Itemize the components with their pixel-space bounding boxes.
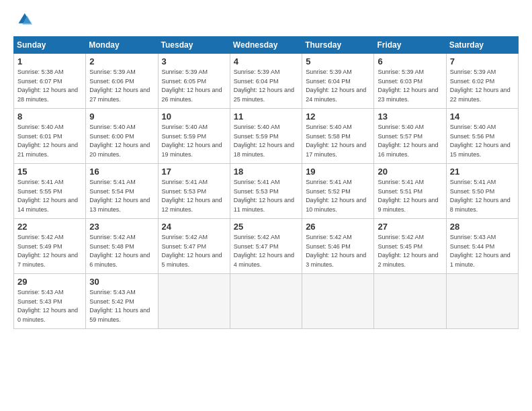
day-info: Sunrise: 5:42 AMSunset: 5:48 PMDaylight:…	[89, 234, 150, 268]
column-header-sunday: Sunday	[14, 37, 86, 54]
calendar-cell: 20 Sunrise: 5:41 AMSunset: 5:51 PMDaylig…	[374, 164, 446, 219]
calendar-cell: 19 Sunrise: 5:41 AMSunset: 5:52 PMDaylig…	[302, 164, 374, 219]
calendar-cell: 7 Sunrise: 5:39 AMSunset: 6:02 PMDayligh…	[446, 54, 518, 109]
day-info: Sunrise: 5:40 AMSunset: 5:56 PMDaylight:…	[450, 124, 511, 158]
day-number: 25	[234, 222, 298, 232]
calendar-cell: 25 Sunrise: 5:42 AMSunset: 5:47 PMDaylig…	[230, 219, 302, 274]
header	[13, 11, 519, 30]
calendar-cell: 17 Sunrise: 5:41 AMSunset: 5:53 PMDaylig…	[158, 164, 230, 219]
day-info: Sunrise: 5:41 AMSunset: 5:53 PMDaylight:…	[234, 179, 294, 213]
day-info: Sunrise: 5:40 AMSunset: 5:57 PMDaylight:…	[378, 124, 438, 158]
day-info: Sunrise: 5:41 AMSunset: 5:55 PMDaylight:…	[17, 179, 78, 213]
calendar-cell	[302, 274, 374, 329]
day-number: 9	[89, 111, 154, 122]
day-number: 14	[450, 111, 515, 122]
calendar-week-5: 29 Sunrise: 5:43 AMSunset: 5:43 PMDaylig…	[14, 274, 519, 329]
day-info: Sunrise: 5:39 AMSunset: 6:03 PMDaylight:…	[378, 68, 438, 103]
calendar-cell: 30 Sunrise: 5:43 AMSunset: 5:42 PMDaylig…	[86, 274, 158, 329]
column-header-saturday: Saturday	[446, 37, 518, 54]
day-number: 7	[450, 56, 515, 66]
day-number: 20	[378, 167, 442, 177]
day-info: Sunrise: 5:40 AMSunset: 5:59 PMDaylight:…	[234, 124, 294, 158]
day-number: 5	[306, 56, 370, 66]
day-info: Sunrise: 5:39 AMSunset: 6:06 PMDaylight:…	[89, 68, 150, 103]
calendar-cell	[374, 274, 446, 329]
calendar-cell	[158, 274, 230, 329]
calendar-cell: 29 Sunrise: 5:43 AMSunset: 5:43 PMDaylig…	[14, 274, 86, 329]
calendar-cell: 18 Sunrise: 5:41 AMSunset: 5:53 PMDaylig…	[230, 164, 302, 219]
day-info: Sunrise: 5:39 AMSunset: 6:05 PMDaylight:…	[162, 68, 222, 103]
calendar-week-4: 22 Sunrise: 5:42 AMSunset: 5:49 PMDaylig…	[14, 219, 519, 274]
day-number: 13	[378, 111, 442, 122]
day-number: 17	[162, 167, 226, 177]
day-info: Sunrise: 5:42 AMSunset: 5:49 PMDaylight:…	[17, 234, 78, 268]
calendar-cell: 9 Sunrise: 5:40 AMSunset: 6:00 PMDayligh…	[86, 109, 158, 164]
day-info: Sunrise: 5:43 AMSunset: 5:43 PMDaylight:…	[17, 289, 78, 323]
day-number: 24	[162, 222, 226, 232]
day-info: Sunrise: 5:42 AMSunset: 5:47 PMDaylight:…	[162, 234, 222, 268]
day-info: Sunrise: 5:42 AMSunset: 5:46 PMDaylight:…	[306, 234, 366, 268]
calendar-cell: 10 Sunrise: 5:40 AMSunset: 5:59 PMDaylig…	[158, 109, 230, 164]
calendar-table: SundayMondayTuesdayWednesdayThursdayFrid…	[13, 36, 519, 329]
day-info: Sunrise: 5:41 AMSunset: 5:52 PMDaylight:…	[306, 179, 366, 213]
calendar-cell: 16 Sunrise: 5:41 AMSunset: 5:54 PMDaylig…	[86, 164, 158, 219]
day-number: 12	[306, 111, 370, 122]
calendar-cell: 14 Sunrise: 5:40 AMSunset: 5:56 PMDaylig…	[446, 109, 518, 164]
logo	[13, 11, 35, 30]
calendar-cell: 23 Sunrise: 5:42 AMSunset: 5:48 PMDaylig…	[86, 219, 158, 274]
day-number: 2	[89, 56, 154, 66]
day-info: Sunrise: 5:42 AMSunset: 5:45 PMDaylight:…	[378, 234, 438, 268]
calendar-cell: 24 Sunrise: 5:42 AMSunset: 5:47 PMDaylig…	[158, 219, 230, 274]
calendar-cell: 6 Sunrise: 5:39 AMSunset: 6:03 PMDayligh…	[374, 54, 446, 109]
calendar-cell: 28 Sunrise: 5:43 AMSunset: 5:44 PMDaylig…	[446, 219, 518, 274]
day-number: 10	[162, 111, 226, 122]
calendar-week-2: 8 Sunrise: 5:40 AMSunset: 6:01 PMDayligh…	[14, 109, 519, 164]
day-number: 29	[17, 277, 82, 287]
day-number: 18	[234, 167, 298, 177]
calendar-cell: 21 Sunrise: 5:41 AMSunset: 5:50 PMDaylig…	[446, 164, 518, 219]
day-number: 8	[17, 111, 82, 122]
calendar-cell: 15 Sunrise: 5:41 AMSunset: 5:55 PMDaylig…	[14, 164, 86, 219]
calendar-cell: 12 Sunrise: 5:40 AMSunset: 5:58 PMDaylig…	[302, 109, 374, 164]
column-header-monday: Monday	[86, 37, 158, 54]
day-number: 22	[17, 222, 82, 232]
day-number: 15	[17, 167, 82, 177]
column-header-tuesday: Tuesday	[158, 37, 230, 54]
day-info: Sunrise: 5:40 AMSunset: 5:59 PMDaylight:…	[162, 124, 222, 158]
day-info: Sunrise: 5:42 AMSunset: 5:47 PMDaylight:…	[234, 234, 294, 268]
calendar-cell: 3 Sunrise: 5:39 AMSunset: 6:05 PMDayligh…	[158, 54, 230, 109]
day-number: 16	[89, 167, 154, 177]
day-info: Sunrise: 5:41 AMSunset: 5:53 PMDaylight:…	[162, 179, 222, 213]
day-number: 27	[378, 222, 442, 232]
day-info: Sunrise: 5:43 AMSunset: 5:42 PMDaylight:…	[89, 289, 150, 323]
calendar-cell: 11 Sunrise: 5:40 AMSunset: 5:59 PMDaylig…	[230, 109, 302, 164]
day-number: 28	[450, 222, 515, 232]
day-info: Sunrise: 5:41 AMSunset: 5:51 PMDaylight:…	[378, 179, 438, 213]
column-header-thursday: Thursday	[302, 37, 374, 54]
calendar-week-1: 1 Sunrise: 5:38 AMSunset: 6:07 PMDayligh…	[14, 54, 519, 109]
logo-icon	[13, 11, 32, 30]
calendar-cell: 4 Sunrise: 5:39 AMSunset: 6:04 PMDayligh…	[230, 54, 302, 109]
column-header-wednesday: Wednesday	[230, 37, 302, 54]
day-info: Sunrise: 5:39 AMSunset: 6:04 PMDaylight:…	[234, 68, 294, 103]
day-number: 19	[306, 167, 370, 177]
calendar-cell	[230, 274, 302, 329]
calendar-cell: 1 Sunrise: 5:38 AMSunset: 6:07 PMDayligh…	[14, 54, 86, 109]
calendar-cell: 2 Sunrise: 5:39 AMSunset: 6:06 PMDayligh…	[86, 54, 158, 109]
day-number: 11	[234, 111, 298, 122]
calendar-cell: 26 Sunrise: 5:42 AMSunset: 5:46 PMDaylig…	[302, 219, 374, 274]
calendar-cell	[446, 274, 518, 329]
day-number: 26	[306, 222, 370, 232]
day-number: 23	[89, 222, 154, 232]
day-info: Sunrise: 5:39 AMSunset: 6:02 PMDaylight:…	[450, 68, 511, 103]
day-info: Sunrise: 5:40 AMSunset: 6:00 PMDaylight:…	[89, 124, 150, 158]
calendar-cell: 13 Sunrise: 5:40 AMSunset: 5:57 PMDaylig…	[374, 109, 446, 164]
calendar-cell: 27 Sunrise: 5:42 AMSunset: 5:45 PMDaylig…	[374, 219, 446, 274]
day-number: 30	[89, 277, 154, 287]
day-number: 4	[234, 56, 298, 66]
page: SundayMondayTuesdayWednesdayThursdayFrid…	[0, 0, 532, 411]
day-number: 21	[450, 167, 515, 177]
day-info: Sunrise: 5:40 AMSunset: 6:01 PMDaylight:…	[17, 124, 78, 158]
calendar-week-3: 15 Sunrise: 5:41 AMSunset: 5:55 PMDaylig…	[14, 164, 519, 219]
day-info: Sunrise: 5:40 AMSunset: 5:58 PMDaylight:…	[306, 124, 366, 158]
